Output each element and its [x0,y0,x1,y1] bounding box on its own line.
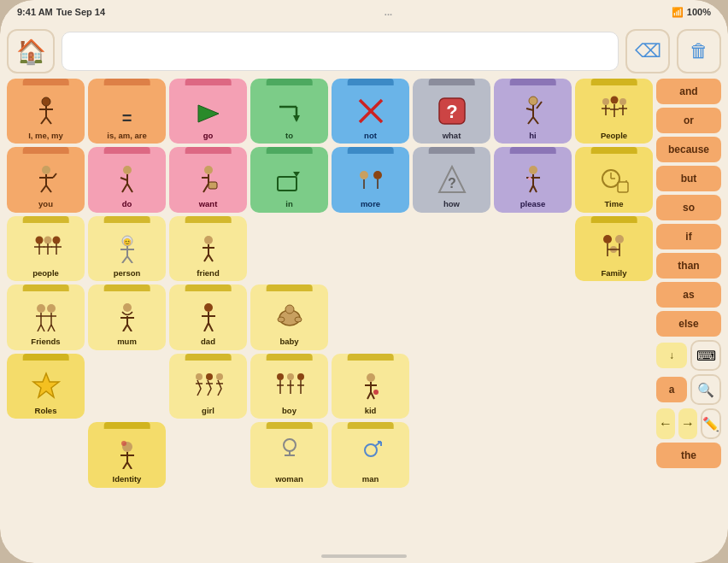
cell-man[interactable]: man [332,422,409,487]
trash-button[interactable]: 🗑 [677,29,721,73]
cell-mum[interactable]: mum [88,284,166,349]
cell-go[interactable]: go [169,79,247,144]
svg-marker-114 [33,373,59,397]
cell-empty-roles2 [88,354,166,419]
cell-friend[interactable]: friend [169,216,247,281]
svg-line-38 [127,184,132,192]
cell-i-me-my[interactable]: I, me, my [7,79,85,144]
in-label: in [285,200,292,208]
svg-point-79 [204,236,213,244]
svg-point-130 [367,373,375,382]
connector-if[interactable]: if [656,224,721,249]
cell-please[interactable]: please [494,147,572,212]
svg-line-97 [41,325,44,331]
cell-hi[interactable]: hi [494,79,572,144]
more-icon [355,163,386,197]
svg-line-56 [533,185,537,192]
time: 9:41 AM [17,7,53,17]
svg-marker-5 [198,105,219,122]
people-icon [29,232,63,267]
connector-because[interactable]: because [656,137,721,162]
cell-empty12 [7,422,85,487]
cell-do[interactable]: do [88,147,166,212]
cell-family[interactable]: Family [575,216,653,281]
cell-in[interactable]: in [250,147,328,212]
svg-point-123 [297,373,304,380]
man-icon [355,438,386,472]
how-label: how [443,200,460,208]
cell-want[interactable]: want [169,147,247,212]
home-button[interactable]: 🏠 [7,29,55,73]
status-center: ... [385,7,392,17]
cell-how[interactable]: ? how [413,147,490,212]
cell-to[interactable]: to [250,79,328,144]
forward-button[interactable]: → [678,408,697,439]
mum-icon [112,301,143,335]
cell-not[interactable]: not [332,79,409,144]
boy-label: boy [282,407,296,415]
svg-point-20 [610,96,618,103]
cell-identity[interactable]: Identity [88,422,166,487]
cell-person[interactable]: 😊 person [88,216,166,281]
i-me-my-icon [31,95,62,129]
friend-icon [193,232,224,267]
svg-line-83 [208,255,213,261]
cell-kid[interactable]: kid [332,354,409,419]
down-button[interactable]: ↓ [656,343,687,368]
cell-empty-identity2 [169,422,247,487]
svg-line-33 [53,173,56,178]
connector-and[interactable]: and [656,79,721,104]
pencil-icon: ✏️ [702,416,719,432]
delete-button[interactable]: ⌫ [625,29,670,73]
keyboard-button[interactable]: ⌨ [690,340,721,371]
svg-point-91 [47,304,56,313]
connector-but[interactable]: but [656,166,721,191]
pencil-button[interactable]: ✏️ [701,408,721,439]
svg-line-104 [127,325,132,331]
svg-rect-42 [208,182,217,189]
roles-icon [31,370,62,404]
cell-more[interactable]: more [332,147,409,212]
svg-point-66 [52,236,60,243]
svg-text:?: ? [446,101,457,122]
svg-point-21 [619,98,626,105]
cell-baby[interactable]: baby [250,284,328,349]
svg-line-78 [127,256,132,263]
cell-dad[interactable]: dad [169,284,247,349]
cell-roles[interactable]: Roles [7,354,85,419]
main-area: 🏠 ⌫ 🗑 I, me, my [0,24,728,563]
cell-empty1 [250,216,328,281]
cell-people[interactable]: people [7,216,85,281]
dad-label: dad [201,337,215,346]
cell-empty7 [494,284,572,349]
svg-line-99 [51,325,55,331]
svg-line-37 [122,184,127,192]
connector-than[interactable]: than [656,253,721,279]
connector-else[interactable]: else [656,311,721,337]
cell-boy[interactable]: boy [250,354,328,419]
cell-what[interactable]: ? what [413,79,490,144]
connector-the[interactable]: the [656,443,721,468]
cell-girl[interactable]: girl [169,354,247,419]
to-label: to [285,132,293,140]
cell-woman[interactable]: woman [250,422,328,487]
dad-icon [193,301,224,335]
search-button[interactable]: 🔍 [690,374,721,405]
cell-you[interactable]: you [7,147,85,212]
svg-line-96 [38,325,41,331]
connector-or[interactable]: or [656,108,721,133]
cell-is-am-are[interactable]: = is, am, are [88,79,166,144]
svg-line-77 [122,256,127,263]
cell-empty13 [413,422,490,487]
cell-friends[interactable]: Friends [7,284,85,349]
back-button[interactable]: ← [656,408,675,439]
connector-a[interactable]: a [656,377,687,402]
connector-as[interactable]: as [656,282,721,308]
cell-time[interactable]: Time [575,147,653,212]
in-icon [274,168,305,197]
connector-so[interactable]: so [656,195,721,220]
cell-people-cat[interactable]: People [575,79,653,144]
svg-point-113 [295,317,302,322]
svg-point-111 [285,305,294,314]
dots: ... [385,7,392,17]
